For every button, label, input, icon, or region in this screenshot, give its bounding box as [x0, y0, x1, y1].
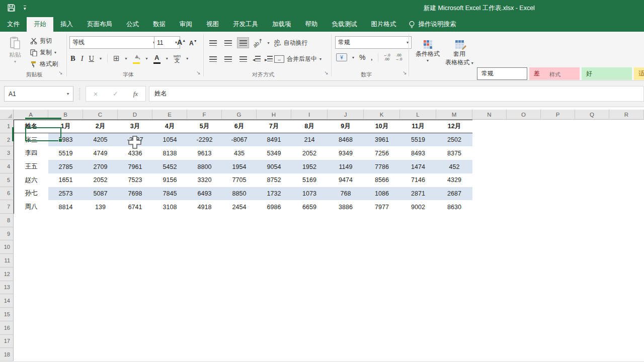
column-header-Q[interactable]: Q — [575, 110, 609, 120]
column-header-H[interactable]: H — [257, 110, 291, 120]
empty-cell[interactable] — [291, 321, 328, 335]
row-header-4[interactable]: 4 — [0, 160, 14, 173]
tab-数据[interactable]: 数据 — [146, 17, 173, 32]
empty-cell[interactable] — [222, 294, 257, 308]
empty-cell[interactable] — [400, 308, 437, 322]
font-name-combo[interactable]: 等线 ▾ — [69, 36, 158, 49]
empty-cell[interactable] — [472, 120, 507, 134]
cell-C3[interactable]: 4749 — [83, 146, 118, 160]
empty-cell[interactable] — [541, 335, 576, 349]
empty-cell[interactable] — [187, 294, 222, 308]
underline-button[interactable]: U — [89, 54, 94, 63]
empty-cell[interactable] — [187, 348, 222, 362]
column-header-J[interactable]: J — [328, 110, 364, 120]
empty-cell[interactable] — [472, 187, 507, 201]
empty-cell[interactable] — [291, 308, 328, 322]
cell-I6[interactable]: 1073 — [291, 187, 328, 201]
empty-cell[interactable] — [575, 335, 610, 349]
empty-cell[interactable] — [48, 348, 84, 362]
empty-cell[interactable] — [575, 240, 610, 254]
cell-K3[interactable]: 7256 — [364, 146, 400, 160]
empty-cell[interactable] — [118, 240, 153, 254]
bold-button[interactable]: B — [70, 54, 75, 63]
decrease-decimal-button[interactable]: .00→.0 — [395, 53, 403, 61]
empty-cell[interactable] — [291, 335, 328, 349]
empty-cell[interactable] — [14, 240, 49, 254]
row-header-2[interactable]: 2 — [0, 133, 14, 147]
empty-cell[interactable] — [187, 308, 222, 322]
empty-cell[interactable] — [575, 214, 610, 228]
empty-cell[interactable] — [541, 133, 576, 147]
empty-cell[interactable] — [328, 348, 364, 362]
cell-K4[interactable]: 7786 — [364, 160, 400, 174]
empty-cell[interactable] — [507, 335, 541, 349]
bottom-align-button[interactable] — [237, 38, 249, 48]
empty-cell[interactable] — [83, 321, 118, 335]
empty-cell[interactable] — [575, 294, 610, 308]
empty-cell[interactable] — [364, 294, 400, 308]
cell-C1[interactable]: 2月 — [83, 120, 118, 134]
empty-cell[interactable] — [507, 294, 541, 308]
tab-公式[interactable]: 公式 — [119, 17, 146, 32]
cancel-icon[interactable]: × — [94, 90, 98, 98]
empty-cell[interactable] — [291, 348, 328, 362]
cell-H7[interactable]: 6986 — [257, 200, 292, 214]
empty-cell[interactable] — [436, 227, 473, 241]
empty-cell[interactable] — [222, 281, 257, 295]
empty-cell[interactable] — [14, 294, 49, 308]
empty-cell[interactable] — [609, 214, 644, 228]
phonetic-button[interactable]: wén 文 — [174, 54, 181, 62]
borders-button[interactable]: ⊞ — [113, 54, 120, 63]
empty-cell[interactable] — [472, 160, 507, 174]
empty-cell[interactable] — [609, 267, 644, 282]
column-header-F[interactable]: F — [187, 110, 222, 120]
empty-cell[interactable] — [575, 173, 610, 188]
empty-cell[interactable] — [541, 348, 576, 362]
empty-cell[interactable] — [257, 254, 292, 268]
cell-H2[interactable]: 8491 — [257, 133, 292, 147]
empty-cell[interactable] — [541, 321, 576, 335]
empty-cell[interactable] — [152, 294, 188, 308]
cell-J1[interactable]: 9月 — [328, 120, 364, 134]
empty-cell[interactable] — [257, 335, 292, 349]
empty-cell[interactable] — [83, 348, 118, 362]
number-format-combo[interactable]: 常规 ▾ — [335, 36, 412, 49]
empty-cell[interactable] — [187, 267, 222, 282]
row-header-5[interactable]: 5 — [0, 173, 14, 187]
empty-cell[interactable] — [609, 227, 644, 241]
comma-style-button[interactable]: , — [370, 53, 372, 62]
empty-cell[interactable] — [472, 240, 507, 254]
row-header-7[interactable]: 7 — [0, 200, 14, 214]
cell-A3[interactable]: 李四 — [14, 146, 49, 160]
empty-cell[interactable] — [152, 214, 188, 228]
tab-帮助[interactable]: 帮助 — [298, 17, 325, 32]
cell-style-常规[interactable]: 常规 — [477, 67, 527, 80]
empty-cell[interactable] — [118, 214, 153, 228]
tab-开始[interactable]: 开始 — [27, 17, 53, 32]
cell-A5[interactable]: 赵六 — [14, 173, 49, 188]
cell-B7[interactable]: 8814 — [48, 200, 84, 214]
cell-D1[interactable]: 3月 — [118, 120, 153, 134]
empty-cell[interactable] — [83, 281, 118, 295]
cell-F5[interactable]: 3320 — [187, 173, 222, 188]
empty-cell[interactable] — [118, 308, 153, 322]
cell-C2[interactable]: 4205 — [83, 133, 118, 147]
empty-cell[interactable] — [541, 227, 576, 241]
cut-button[interactable]: 剪切 — [30, 37, 52, 45]
name-box-caret[interactable]: ▾ — [67, 92, 69, 96]
empty-cell[interactable] — [118, 294, 153, 308]
empty-cell[interactable] — [222, 240, 257, 254]
empty-cell[interactable] — [291, 267, 328, 282]
empty-cell[interactable] — [541, 308, 576, 322]
cell-J2[interactable]: 8468 — [328, 133, 364, 147]
cell-H3[interactable]: 5349 — [257, 146, 292, 160]
empty-cell[interactable] — [152, 281, 188, 295]
row-header-12[interactable]: 12 — [0, 267, 14, 281]
cell-D4[interactable]: 7961 — [118, 160, 153, 174]
empty-cell[interactable] — [257, 348, 292, 362]
cell-C6[interactable]: 5087 — [83, 187, 118, 201]
insert-function-icon[interactable]: fx — [133, 90, 138, 98]
empty-cell[interactable] — [400, 227, 437, 241]
empty-cell[interactable] — [118, 267, 153, 282]
empty-cell[interactable] — [14, 335, 49, 349]
